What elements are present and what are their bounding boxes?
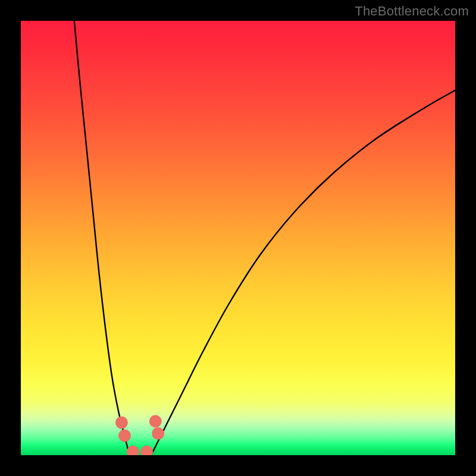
series-right-branch: [151, 90, 455, 455]
plot-area: [21, 21, 455, 455]
marker-bottom-right: [140, 446, 153, 455]
marker-right-lower: [152, 427, 164, 440]
chart-container: TheBottleneck.com: [0, 0, 476, 476]
chart-svg: [21, 21, 455, 455]
series-left-branch: [74, 21, 130, 455]
marker-right-upper: [149, 415, 162, 428]
marker-group: [115, 415, 164, 455]
watermark-text: TheBottleneck.com: [355, 4, 469, 19]
marker-left-upper: [115, 416, 128, 429]
marker-left-lower: [118, 430, 131, 442]
series-group: [74, 21, 455, 455]
marker-bottom-left: [127, 446, 139, 455]
